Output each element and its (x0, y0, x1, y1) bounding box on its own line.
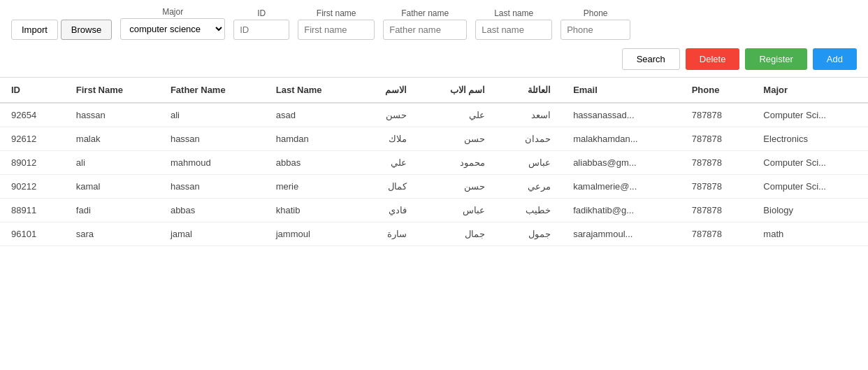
cell-id: 96101 (0, 222, 65, 246)
cell-email: kamalmerie@... (562, 175, 681, 199)
cell-father-name: ali (159, 103, 265, 127)
cell-phone: 787878 (681, 151, 753, 175)
table-row: 88911 fadi abbas khatib فادي عباس خطيب f… (0, 199, 868, 222)
cell-phone: 787878 (681, 199, 753, 222)
cell-major: Electronics (752, 127, 868, 151)
cell-major: Biology (752, 199, 868, 222)
cell-arabic-name: علي (358, 151, 418, 175)
col-header-email: Email (562, 78, 681, 104)
cell-arabic-father: حسن (418, 127, 497, 151)
browse-button[interactable]: Browse (61, 20, 112, 40)
cell-arabic-family: خطيب (496, 199, 562, 222)
col-header-phone: Phone (681, 78, 753, 104)
cell-phone: 787878 (681, 103, 753, 127)
col-header-arabic-family: العائلة (496, 78, 562, 104)
cell-last-name: hamdan (265, 127, 358, 151)
cell-father-name: hassan (159, 175, 265, 199)
phone-input[interactable] (560, 20, 630, 40)
cell-id: 88911 (0, 199, 65, 222)
table-row: 96101 sara jamal jammoul سارة جمال جمول … (0, 222, 868, 246)
major-label: Major (120, 7, 225, 17)
cell-last-name: merie (265, 175, 358, 199)
col-header-father-name: Father Name (159, 78, 265, 104)
cell-arabic-family: عباس (496, 151, 562, 175)
cell-arabic-name: سارة (358, 222, 418, 246)
major-select[interactable]: computer science Electronics Biology mat… (120, 18, 225, 40)
cell-father-name: mahmoud (159, 151, 265, 175)
fathername-field-group: Father name (383, 8, 467, 40)
lastname-field-group: Last name (475, 8, 552, 40)
register-button[interactable]: Register (745, 48, 806, 70)
cell-first-name: ali (65, 151, 159, 175)
firstname-label: First name (298, 8, 375, 18)
cell-last-name: jammoul (265, 222, 358, 246)
cell-phone: 787878 (681, 127, 753, 151)
cell-arabic-name: حسن (358, 103, 418, 127)
lastname-label: Last name (475, 8, 552, 18)
cell-email: aliabbas@gm... (562, 151, 681, 175)
cell-arabic-name: كمال (358, 175, 418, 199)
cell-email: sarajammoul... (562, 222, 681, 246)
table-row: 92612 malak hassan hamdan ملاك حسن حمدان… (0, 127, 868, 151)
cell-arabic-father: حسن (418, 175, 497, 199)
table-row: 90212 kamal hassan merie كمال حسن مرعي k… (0, 175, 868, 199)
import-browse-group: Import Browse (11, 20, 112, 40)
cell-first-name: kamal (65, 175, 159, 199)
cell-arabic-family: اسعد (496, 103, 562, 127)
major-field-group: Major computer science Electronics Biolo… (120, 7, 225, 40)
col-header-arabic-father: اسم الاب (418, 78, 497, 104)
table-row: 92654 hassan ali asad حسن علي اسعد hassa… (0, 103, 868, 127)
cell-father-name: hassan (159, 127, 265, 151)
col-header-first-name: First Name (65, 78, 159, 104)
phone-field-group: Phone (560, 8, 630, 40)
col-header-major: Major (752, 78, 868, 104)
lastname-input[interactable] (475, 20, 552, 40)
cell-phone: 787878 (681, 222, 753, 246)
cell-arabic-family: مرعي (496, 175, 562, 199)
add-button[interactable]: Add (813, 48, 857, 70)
cell-phone: 787878 (681, 175, 753, 199)
cell-email: hassanassad... (562, 103, 681, 127)
id-field-group: ID (233, 8, 289, 40)
cell-last-name: khatib (265, 199, 358, 222)
cell-last-name: abbas (265, 151, 358, 175)
cell-first-name: malak (65, 127, 159, 151)
firstname-field-group: First name (298, 8, 375, 40)
fathername-label: Father name (383, 8, 467, 18)
cell-major: math (752, 222, 868, 246)
cell-id: 92612 (0, 127, 65, 151)
action-bar: Search Delete Register Add (0, 45, 868, 77)
id-label: ID (233, 8, 289, 18)
search-button[interactable]: Search (622, 48, 680, 70)
top-bar: Import Browse Major computer science Ele… (0, 0, 868, 45)
cell-email: fadikhatib@g... (562, 199, 681, 222)
table-header-row: ID First Name Father Name Last Name الاس… (0, 78, 868, 104)
cell-major: Computer Sci... (752, 103, 868, 127)
cell-id: 89012 (0, 151, 65, 175)
cell-id: 90212 (0, 175, 65, 199)
cell-arabic-father: علي (418, 103, 497, 127)
cell-last-name: asad (265, 103, 358, 127)
delete-button[interactable]: Delete (686, 48, 740, 70)
cell-first-name: fadi (65, 199, 159, 222)
table-row: 89012 ali mahmoud abbas علي محمود عباس a… (0, 151, 868, 175)
cell-major: Computer Sci... (752, 151, 868, 175)
cell-arabic-father: محمود (418, 151, 497, 175)
col-header-last-name: Last Name (265, 78, 358, 104)
phone-label: Phone (560, 8, 630, 18)
firstname-input[interactable] (298, 20, 375, 40)
cell-first-name: hassan (65, 103, 159, 127)
col-header-arabic-name: الاسم (358, 78, 418, 104)
cell-arabic-father: عباس (418, 199, 497, 222)
id-input[interactable] (233, 20, 289, 40)
cell-arabic-family: حمدان (496, 127, 562, 151)
cell-father-name: abbas (159, 199, 265, 222)
fathername-input[interactable] (383, 20, 467, 40)
cell-arabic-name: ملاك (358, 127, 418, 151)
cell-first-name: sara (65, 222, 159, 246)
cell-id: 92654 (0, 103, 65, 127)
cell-email: malakhamdan... (562, 127, 681, 151)
cell-arabic-family: جمول (496, 222, 562, 246)
student-table: ID First Name Father Name Last Name الاس… (0, 77, 868, 246)
import-button[interactable]: Import (11, 20, 58, 40)
